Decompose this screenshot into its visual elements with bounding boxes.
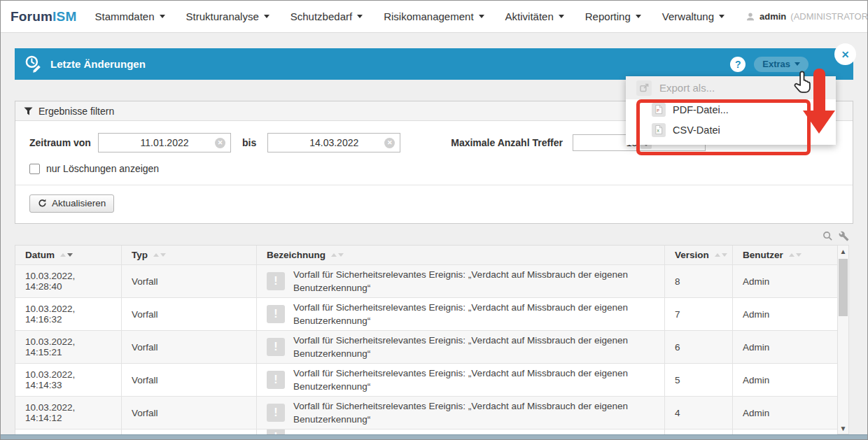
svg-text:X: X (657, 129, 659, 133)
sort-asc-icon[interactable] (789, 253, 794, 257)
chevron-down-icon (559, 15, 564, 18)
extras-label: Extras (762, 59, 790, 69)
sort-icons[interactable] (331, 253, 344, 257)
date-from-value: 11.01.2022 (140, 137, 188, 148)
user-menu[interactable]: admin (ADMINISTRATOR) (746, 11, 868, 22)
results-table: Datum Typ Bezeichnung Version Benutzer 1… (15, 245, 837, 434)
cell-version: 5 (665, 364, 733, 396)
date-to-label: bis (242, 137, 256, 148)
table-settings-wrench-icon[interactable] (839, 231, 849, 241)
table-header-row: Datum Typ Bezeichnung Version Benutzer (15, 246, 837, 265)
sort-desc-icon[interactable] (338, 253, 344, 257)
extras-button[interactable]: Extras (754, 57, 808, 72)
table-row-partial[interactable]: ! (15, 430, 837, 434)
deletions-only-checkbox[interactable] (29, 164, 40, 174)
sort-asc-icon[interactable] (153, 253, 159, 257)
table-row[interactable]: 10.03.2022, 14:14:12 Vorfall !Vorfall fü… (15, 397, 837, 430)
nav-item-verwaltung[interactable]: Verwaltung (662, 10, 724, 22)
sort-icons[interactable] (715, 253, 727, 257)
page-title: Letzte Änderungen (50, 58, 146, 70)
nav-item-schutzbedarf[interactable]: Schutzbedarf (290, 10, 363, 22)
cell-datum (15, 430, 122, 434)
table-row[interactable]: 10.03.2022, 14:15:21 Vorfall !Vorfall fü… (15, 331, 837, 364)
sort-desc-icon[interactable] (160, 253, 166, 257)
cell-typ: Vorfall (122, 265, 257, 297)
user-name: admin (760, 11, 786, 22)
cell-version: 8 (665, 265, 733, 297)
nav-item-label: Strukturanalyse (186, 10, 259, 22)
menu-item-csv-datei[interactable]: X CSV-Datei (626, 120, 836, 140)
sort-asc-icon[interactable] (60, 253, 66, 257)
clear-date-to-icon[interactable]: ✕ (384, 138, 395, 148)
table-row[interactable]: 10.03.2022, 14:14:33 Vorfall !Vorfall fü… (15, 364, 837, 397)
scrollbar-thumb[interactable] (839, 259, 848, 316)
date-from-input[interactable]: 11.01.2022 ✕ (98, 133, 231, 152)
nav-item-label: Verwaltung (662, 10, 714, 22)
nav-item-risikomanagement[interactable]: Risikomanagement (384, 10, 484, 22)
deletions-only-label: nur Löschungen anzeigen (46, 163, 159, 174)
sort-icons[interactable] (789, 253, 802, 257)
app-logo[interactable]: ForumISM (10, 9, 77, 24)
column-header-bezeichnung[interactable]: Bezeichnung (257, 246, 665, 264)
menu-header-export-als: Export als... (626, 76, 836, 99)
nav-item-stammdaten[interactable]: Stammdaten (95, 10, 165, 22)
cell-version: 7 (665, 298, 733, 330)
table-row[interactable]: 10.03.2022, 14:16:32 Vorfall !Vorfall fü… (15, 298, 837, 331)
filter-panel-title: Ergebnisse filtern (38, 106, 114, 117)
scroll-down-icon[interactable]: ▼ (838, 423, 848, 434)
nav-item-aktivitaeten[interactable]: Aktivitäten (505, 10, 564, 22)
refresh-label: Aktualisieren (52, 198, 106, 208)
column-header-datum[interactable]: Datum (15, 246, 122, 264)
column-header-benutzer[interactable]: Benutzer (733, 246, 837, 264)
window-bottom-edge (1, 434, 867, 439)
cell-version: 6 (665, 331, 733, 363)
help-button[interactable]: ? (730, 57, 746, 72)
sort-icons[interactable] (153, 253, 166, 257)
logo-part-forum: Forum (10, 9, 52, 24)
cell-benutzer: Admin (733, 331, 837, 363)
incident-warning-icon: ! (267, 305, 285, 323)
cell-datum: 10.03.2022, 14:15:21 (15, 331, 122, 363)
sort-asc-icon[interactable] (331, 253, 337, 257)
date-to-input[interactable]: 14.03.2022 ✕ (267, 133, 400, 152)
top-navbar: ForumISM Stammdaten Strukturanalyse Schu… (1, 1, 867, 33)
refresh-button[interactable]: Aktualisieren (29, 194, 114, 213)
max-results-label: Maximale Anzahl Treffer (451, 137, 563, 148)
bezeichnung-text: Vorfall für Sicherheitsrelevantes Ereign… (293, 301, 654, 327)
close-panel-button[interactable]: ✕ (834, 43, 856, 65)
sort-desc-icon[interactable] (67, 253, 73, 257)
column-header-typ[interactable]: Typ (122, 246, 257, 264)
bezeichnung-text: Vorfall für Sicherheitsrelevantes Ereign… (293, 367, 654, 393)
cell-bezeichnung: ! (257, 430, 665, 434)
nav-item-label: Schutzbedarf (290, 10, 352, 22)
sort-asc-icon[interactable] (715, 253, 720, 257)
chevron-down-icon (160, 15, 165, 18)
cell-bezeichnung: !Vorfall für Sicherheitsrelevantes Ereig… (257, 298, 665, 330)
cell-benutzer: Admin (733, 265, 837, 297)
nav-item-reporting[interactable]: Reporting (585, 10, 641, 22)
sort-desc-icon[interactable] (722, 253, 727, 257)
table-toolbar (822, 231, 849, 241)
nav-item-label: Risikomanagement (384, 10, 473, 22)
scroll-up-icon[interactable]: ▲ (838, 246, 848, 257)
table-row[interactable]: 10.03.2022, 14:28:40 Vorfall !Vorfall fü… (15, 265, 837, 298)
menu-item-pdf-datei[interactable]: P PDF-Datei... (626, 99, 836, 120)
chevron-down-icon (719, 15, 724, 18)
menu-item-label: PDF-Datei... (673, 104, 729, 115)
table-scrollbar[interactable]: ▲ ▼ (837, 245, 849, 434)
chevron-down-icon (794, 62, 800, 66)
clear-date-from-icon[interactable]: ✕ (215, 138, 225, 148)
table-search-icon[interactable] (822, 231, 833, 241)
filter-icon (24, 107, 33, 115)
nav-item-strukturanalyse[interactable]: Strukturanalyse (186, 10, 270, 22)
sort-icons[interactable] (60, 253, 73, 257)
last-changes-icon (24, 55, 43, 73)
incident-warning-icon: ! (267, 404, 285, 422)
svg-text:P: P (657, 108, 659, 113)
chevron-down-icon (636, 15, 641, 18)
csv-file-icon: X (652, 123, 666, 137)
column-header-version[interactable]: Version (665, 246, 733, 264)
cell-datum: 10.03.2022, 14:16:32 (15, 298, 122, 330)
sort-desc-icon[interactable] (796, 253, 802, 257)
cell-bezeichnung: !Vorfall für Sicherheitsrelevantes Ereig… (257, 331, 665, 363)
